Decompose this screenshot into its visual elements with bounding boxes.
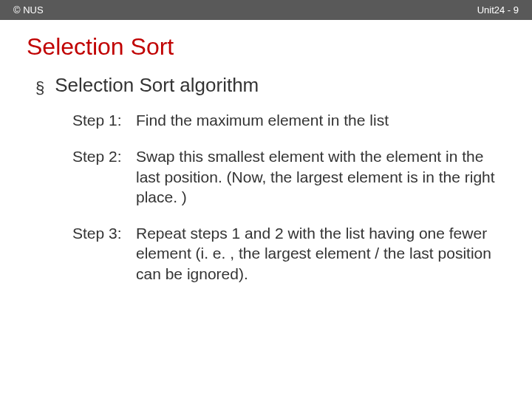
step-label: Step 2: (72, 146, 136, 166)
step-item: Step 3: Repeat steps 1 and 2 with the li… (72, 223, 498, 284)
steps-list: Step 1: Find the maximum element in the … (27, 110, 505, 284)
step-text: Repeat steps 1 and 2 with the list havin… (136, 223, 498, 284)
unit-page-text: Unit24 - 9 (477, 4, 519, 16)
step-text: Swap this smallest element with the elem… (136, 146, 498, 207)
slide-header: © NUS Unit24 - 9 (0, 0, 532, 20)
step-item: Step 1: Find the maximum element in the … (72, 110, 498, 130)
bullet-item: § Selection Sort algorithm (27, 74, 505, 97)
step-text: Find the maximum element in the list (136, 110, 498, 130)
step-label: Step 1: (72, 110, 136, 130)
copyright-text: © NUS (13, 4, 44, 16)
bullet-text: Selection Sort algorithm (55, 74, 259, 97)
step-label: Step 3: (72, 223, 136, 243)
step-item: Step 2: Swap this smallest element with … (72, 146, 498, 207)
bullet-symbol: § (35, 80, 44, 96)
slide-content: § Selection Sort algorithm Step 1: Find … (0, 66, 532, 284)
slide-title: Selection Sort (0, 20, 532, 66)
